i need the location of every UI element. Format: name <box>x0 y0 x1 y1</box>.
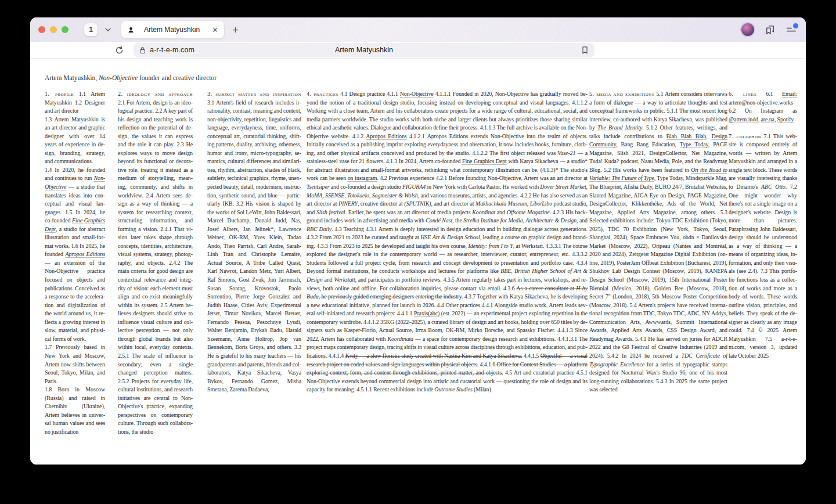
browser-tab-bar: 1 Artem Matyushkin ✕ + <box>30 17 806 42</box>
text-link[interactable]: Fine Graphics Dept <box>45 217 105 232</box>
text-link[interactable]: are.na <box>761 116 774 123</box>
text-link[interactable]: Apropos Editions <box>65 251 105 257</box>
text-link[interactable]: on instagram <box>348 175 377 181</box>
active-tab[interactable]: Artem Matyushkin ✕ <box>121 21 224 38</box>
text-link[interactable]: Spotify <box>777 116 794 123</box>
browser-nav-bar: a-r-t-e-m.com Artem Matyushkin <box>30 42 806 59</box>
desktop-background: 1 Artem Matyushkin ✕ + <box>0 0 836 504</box>
window-controls <box>30 26 69 33</box>
tab-counter-button[interactable]: 1 <box>84 23 98 37</box>
column-practices: 4. practices 4.1 Design practice 4.1.1 N… <box>307 90 588 465</box>
url-text[interactable]: a-r-t-e-m.com <box>150 46 194 54</box>
text-link[interactable]: The Brand Identity <box>597 124 642 131</box>
text-link[interactable]: Non-Objective <box>400 91 434 97</box>
close-window-button[interactable] <box>38 26 45 33</box>
lock-icon[interactable] <box>139 46 146 54</box>
person-favicon-icon <box>127 26 135 34</box>
text-link[interactable]: Praxis(abc) <box>414 310 439 316</box>
column-profile: 1. profile 1.1 Artem Matyushkin 1.2 Desi… <box>45 90 105 465</box>
minimize-window-button[interactable] <box>50 26 57 33</box>
bookmark-icon[interactable] <box>581 43 589 57</box>
text-link[interactable]: On the Road to Variable: The Future of T… <box>589 167 727 182</box>
column-links-and-colophon: 6. links 6.1 Email: artem@non-objective.… <box>729 90 797 465</box>
text-link[interactable]: Email: <box>782 91 797 97</box>
text-link[interactable]: Apropos Editions <box>366 133 406 139</box>
close-tab-icon[interactable]: ✕ <box>212 26 218 34</box>
address-bar-page-title: Artem Matyushkin <box>134 46 594 54</box>
text-columns: 1. profile 1.1 Artem Matyushkin 1.2 Desi… <box>30 90 806 465</box>
bookmarks-panel-icon[interactable] <box>765 24 776 35</box>
browser-window: 1 Artem Matyushkin ✕ + <box>30 17 806 465</box>
column-ideology-and-approach: 2. ideology and approach 2.1 For Artem, … <box>118 90 193 465</box>
text-link[interactable]: @artem.indd <box>729 116 758 123</box>
webpage-content: Artem Matyushkin, Non-Objective founder … <box>30 59 806 465</box>
browser-menu-icon[interactable] <box>786 25 797 34</box>
address-bar[interactable]: a-r-t-e-m.com Artem Matyushkin <box>134 43 594 57</box>
text-link[interactable]: Non-Objective <box>45 175 105 190</box>
column-subject-matter-and-inspiration: 3. subject matter and inspiration 3.1 Ar… <box>207 90 301 465</box>
new-tab-button[interactable]: + <box>232 24 239 35</box>
tab-title: Artem Matyushkin <box>135 26 208 34</box>
column-media-and-exhibitions: 5. media and exhibitions 5.1 Artem consi… <box>589 90 727 465</box>
tab-bar-right-controls <box>741 17 797 42</box>
notification-dot <box>793 23 798 28</box>
profile-avatar[interactable] <box>741 23 754 36</box>
page-header: Artem Matyushkin, Non-Objective founder … <box>45 74 217 81</box>
tab-list-chevron-icon[interactable] <box>104 25 113 34</box>
text-link[interactable]: Blah Blah Blah <box>666 133 707 139</box>
text-link[interactable]: Fine Graphics Dept <box>462 158 507 164</box>
text-link[interactable]: Type Today <box>680 141 708 147</box>
reload-icon[interactable] <box>115 46 124 55</box>
fullscreen-window-button[interactable] <box>62 26 69 33</box>
